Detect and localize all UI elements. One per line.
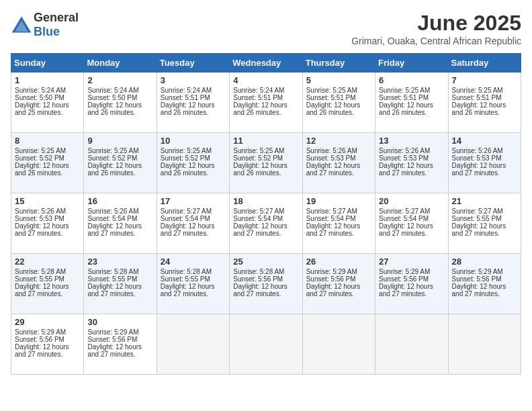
daylight-text: Daylight: 12 hours and 27 minutes. — [379, 283, 433, 298]
sunrise-text: Sunrise: 5:29 AM — [87, 328, 138, 336]
daylight-text: Daylight: 12 hours and 27 minutes. — [379, 222, 433, 237]
daylight-text: Daylight: 12 hours and 27 minutes. — [379, 162, 433, 177]
daylight-text: Daylight: 12 hours and 26 minutes. — [233, 101, 287, 116]
sunset-text: Sunset: 5:54 PM — [161, 215, 210, 222]
sunrise-text: Sunrise: 5:29 AM — [379, 268, 430, 275]
logo-blue-text: Blue — [34, 25, 60, 38]
table-row: 25 Sunrise: 5:28 AM Sunset: 5:56 PM Dayl… — [230, 254, 302, 314]
table-row: 6 Sunrise: 5:25 AM Sunset: 5:51 PM Dayli… — [375, 73, 448, 133]
daylight-text: Daylight: 12 hours and 27 minutes. — [452, 222, 506, 237]
day-number: 27 — [379, 257, 444, 267]
sunset-text: Sunset: 5:54 PM — [233, 215, 283, 222]
sunrise-text: Sunrise: 5:26 AM — [15, 208, 66, 215]
calendar-week-row: 15 Sunrise: 5:26 AM Sunset: 5:53 PM Dayl… — [11, 193, 521, 254]
page-header: General Blue June 2025 Grimari, Ouaka, C… — [11, 11, 521, 46]
day-number: 11 — [233, 136, 298, 146]
daylight-text: Daylight: 12 hours and 27 minutes. — [161, 283, 215, 298]
col-tuesday: Tuesday — [157, 54, 229, 73]
sunset-text: Sunset: 5:53 PM — [306, 154, 356, 162]
sunset-text: Sunset: 5:51 PM — [379, 94, 429, 101]
sunrise-text: Sunrise: 5:26 AM — [87, 208, 138, 215]
sunset-text: Sunset: 5:50 PM — [15, 94, 64, 101]
sunset-text: Sunset: 5:55 PM — [161, 275, 210, 283]
logo-general-text: General — [34, 11, 79, 24]
day-number: 6 — [379, 75, 444, 85]
col-wednesday: Wednesday — [230, 54, 302, 73]
daylight-text: Daylight: 12 hours and 26 minutes. — [161, 162, 215, 177]
table-row: 8 Sunrise: 5:25 AM Sunset: 5:52 PM Dayli… — [11, 133, 84, 193]
sunrise-text: Sunrise: 5:28 AM — [15, 268, 66, 275]
table-row: 20 Sunrise: 5:27 AM Sunset: 5:54 PM Dayl… — [375, 193, 448, 254]
daylight-text: Daylight: 12 hours and 27 minutes. — [87, 283, 142, 298]
table-row: 3 Sunrise: 5:24 AM Sunset: 5:51 PM Dayli… — [157, 73, 229, 133]
day-number: 17 — [161, 196, 226, 206]
sunrise-text: Sunrise: 5:27 AM — [161, 208, 212, 215]
day-number: 16 — [87, 196, 152, 206]
sunrise-text: Sunrise: 5:26 AM — [306, 147, 357, 154]
logo: General Blue — [11, 11, 79, 39]
daylight-text: Daylight: 12 hours and 27 minutes. — [306, 162, 361, 177]
day-number: 25 — [233, 257, 298, 267]
table-row: 11 Sunrise: 5:25 AM Sunset: 5:52 PM Dayl… — [230, 133, 302, 193]
calendar-week-row: 1 Sunrise: 5:24 AM Sunset: 5:50 PM Dayli… — [11, 73, 521, 133]
table-row: 26 Sunrise: 5:29 AM Sunset: 5:56 PM Dayl… — [302, 254, 375, 314]
day-number: 8 — [15, 136, 80, 146]
sunset-text: Sunset: 5:51 PM — [161, 94, 210, 101]
sunset-text: Sunset: 5:50 PM — [87, 94, 137, 101]
table-row: 14 Sunrise: 5:26 AM Sunset: 5:53 PM Dayl… — [448, 133, 521, 193]
col-thursday: Thursday — [302, 54, 375, 73]
day-number: 1 — [15, 75, 80, 85]
table-row: 9 Sunrise: 5:25 AM Sunset: 5:52 PM Dayli… — [84, 133, 157, 193]
daylight-text: Daylight: 12 hours and 27 minutes. — [233, 222, 287, 237]
daylight-text: Daylight: 12 hours and 26 minutes. — [161, 101, 215, 116]
table-row: 10 Sunrise: 5:25 AM Sunset: 5:52 PM Dayl… — [157, 133, 229, 193]
daylight-text: Daylight: 12 hours and 27 minutes. — [15, 283, 69, 298]
day-number: 28 — [452, 257, 517, 267]
day-number: 22 — [15, 257, 80, 267]
day-number: 24 — [161, 257, 226, 267]
day-number: 30 — [87, 317, 152, 327]
daylight-text: Daylight: 12 hours and 26 minutes. — [452, 101, 506, 116]
day-number: 2 — [87, 75, 152, 85]
col-sunday: Sunday — [11, 54, 84, 73]
sunset-text: Sunset: 5:51 PM — [306, 94, 356, 101]
calendar-table: Sunday Monday Tuesday Wednesday Thursday… — [11, 53, 521, 375]
sunset-text: Sunset: 5:56 PM — [306, 275, 356, 283]
sunset-text: Sunset: 5:54 PM — [306, 215, 356, 222]
table-row: 1 Sunrise: 5:24 AM Sunset: 5:50 PM Dayli… — [11, 73, 84, 133]
sunrise-text: Sunrise: 5:25 AM — [379, 87, 430, 94]
sunrise-text: Sunrise: 5:28 AM — [161, 268, 212, 275]
daylight-text: Daylight: 12 hours and 26 minutes. — [233, 162, 287, 177]
table-row: 7 Sunrise: 5:25 AM Sunset: 5:51 PM Dayli… — [448, 73, 521, 133]
sunset-text: Sunset: 5:51 PM — [233, 94, 283, 101]
daylight-text: Daylight: 12 hours and 27 minutes. — [161, 222, 215, 237]
table-row: 24 Sunrise: 5:28 AM Sunset: 5:55 PM Dayl… — [157, 254, 229, 314]
table-row: 12 Sunrise: 5:26 AM Sunset: 5:53 PM Dayl… — [302, 133, 375, 193]
sunset-text: Sunset: 5:52 PM — [233, 154, 283, 162]
day-number: 18 — [233, 196, 298, 206]
daylight-text: Daylight: 12 hours and 27 minutes. — [233, 283, 287, 298]
sunset-text: Sunset: 5:56 PM — [87, 336, 137, 343]
sunrise-text: Sunrise: 5:24 AM — [233, 87, 284, 94]
month-year-title: June 2025 — [351, 11, 521, 36]
sunset-text: Sunset: 5:55 PM — [15, 275, 64, 283]
sunset-text: Sunset: 5:55 PM — [87, 275, 137, 283]
daylight-text: Daylight: 12 hours and 27 minutes. — [452, 283, 506, 298]
sunrise-text: Sunrise: 5:25 AM — [87, 147, 138, 154]
calendar-week-row: 8 Sunrise: 5:25 AM Sunset: 5:52 PM Dayli… — [11, 133, 521, 193]
day-number: 9 — [87, 136, 152, 146]
table-row: 28 Sunrise: 5:29 AM Sunset: 5:56 PM Dayl… — [448, 254, 521, 314]
sunset-text: Sunset: 5:53 PM — [15, 215, 64, 222]
sunrise-text: Sunrise: 5:29 AM — [306, 268, 357, 275]
sunset-text: Sunset: 5:52 PM — [87, 154, 137, 162]
table-row: 5 Sunrise: 5:25 AM Sunset: 5:51 PM Dayli… — [302, 73, 375, 133]
sunrise-text: Sunrise: 5:27 AM — [379, 208, 430, 215]
empty-cell — [302, 314, 375, 375]
sunset-text: Sunset: 5:52 PM — [15, 154, 64, 162]
sunrise-text: Sunrise: 5:25 AM — [233, 147, 284, 154]
day-number: 3 — [161, 75, 226, 85]
daylight-text: Daylight: 12 hours and 27 minutes. — [15, 222, 69, 237]
sunrise-text: Sunrise: 5:25 AM — [452, 87, 503, 94]
sunset-text: Sunset: 5:52 PM — [161, 154, 210, 162]
sunset-text: Sunset: 5:56 PM — [233, 275, 283, 283]
